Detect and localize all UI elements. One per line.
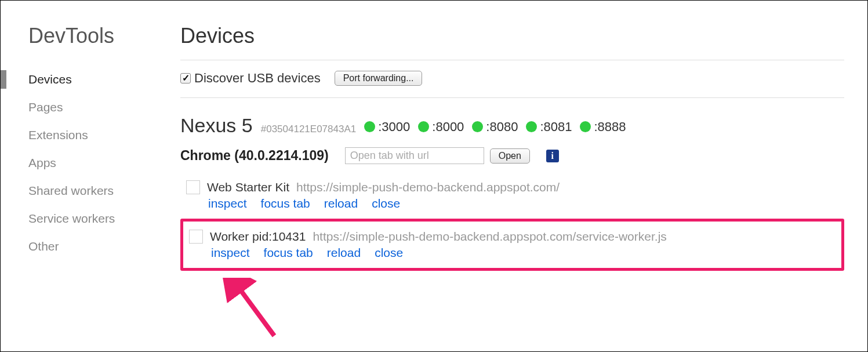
open-button[interactable]: Open: [490, 148, 530, 164]
sidebar-item-pages[interactable]: Pages: [28, 93, 163, 121]
favicon-placeholder-icon: [189, 230, 203, 244]
port-badge: :8081: [526, 119, 572, 135]
info-icon[interactable]: i: [546, 150, 559, 162]
tab-entry: Web Starter Kit https://simple-push-demo…: [180, 176, 844, 215]
inspect-link[interactable]: inspect: [208, 197, 247, 211]
tab-url: https://simple-push-demo-backend.appspot…: [313, 230, 666, 244]
open-tab-url-input[interactable]: [345, 147, 484, 164]
sidebar-item-apps[interactable]: Apps: [28, 149, 163, 177]
divider: [180, 97, 844, 98]
reload-link[interactable]: reload: [327, 246, 361, 260]
sidebar-item-service-workers[interactable]: Service workers: [28, 205, 163, 233]
browser-name: Chrome (40.0.2214.109): [180, 148, 329, 164]
port-badge: :8000: [418, 119, 464, 135]
port-forwarding-button[interactable]: Port forwarding...: [335, 71, 423, 86]
status-dot-icon: [526, 121, 537, 132]
device-header: Nexus 5 #03504121E07843A1 :3000 :8000 :8…: [180, 114, 844, 137]
main-content: Devices Discover USB devices Port forwar…: [163, 1, 867, 351]
close-link[interactable]: close: [375, 246, 403, 260]
checkbox-icon: [180, 73, 191, 84]
sidebar-item-shared-workers[interactable]: Shared workers: [28, 177, 163, 205]
sidebar-title: DevTools: [28, 24, 163, 48]
sidebar-item-devices[interactable]: Devices: [28, 66, 163, 93]
tab-title: Web Starter Kit: [207, 180, 289, 194]
focus-tab-link[interactable]: focus tab: [261, 197, 310, 211]
tab-url: https://simple-push-demo-backend.appspot…: [296, 180, 560, 194]
discover-usb-checkbox[interactable]: Discover USB devices: [180, 71, 321, 86]
page-title: Devices: [180, 24, 844, 48]
device-id: #03504121E07843A1: [261, 124, 357, 135]
favicon-placeholder-icon: [186, 180, 200, 194]
reload-link[interactable]: reload: [324, 197, 358, 211]
sidebar-item-extensions[interactable]: Extensions: [28, 121, 163, 149]
sidebar-item-other[interactable]: Other: [28, 233, 163, 260]
status-dot-icon: [472, 121, 483, 132]
inspect-link[interactable]: inspect: [211, 246, 250, 260]
focus-tab-link[interactable]: focus tab: [264, 246, 313, 260]
port-badge: :8080: [472, 119, 518, 135]
sidebar: DevTools Devices Pages Extensions Apps S…: [1, 1, 163, 351]
close-link[interactable]: close: [372, 197, 400, 211]
status-dot-icon: [418, 121, 429, 132]
port-badge: :3000: [364, 119, 410, 135]
tab-entry-highlighted: Worker pid:10431 https://simple-push-dem…: [180, 219, 844, 271]
status-dot-icon: [364, 121, 375, 132]
port-badge: :8888: [580, 119, 626, 135]
device-name: Nexus 5: [180, 114, 253, 137]
discover-usb-label: Discover USB devices: [194, 71, 321, 86]
status-dot-icon: [580, 121, 591, 132]
divider: [180, 60, 844, 60]
tab-title: Worker pid:10431: [210, 230, 306, 244]
